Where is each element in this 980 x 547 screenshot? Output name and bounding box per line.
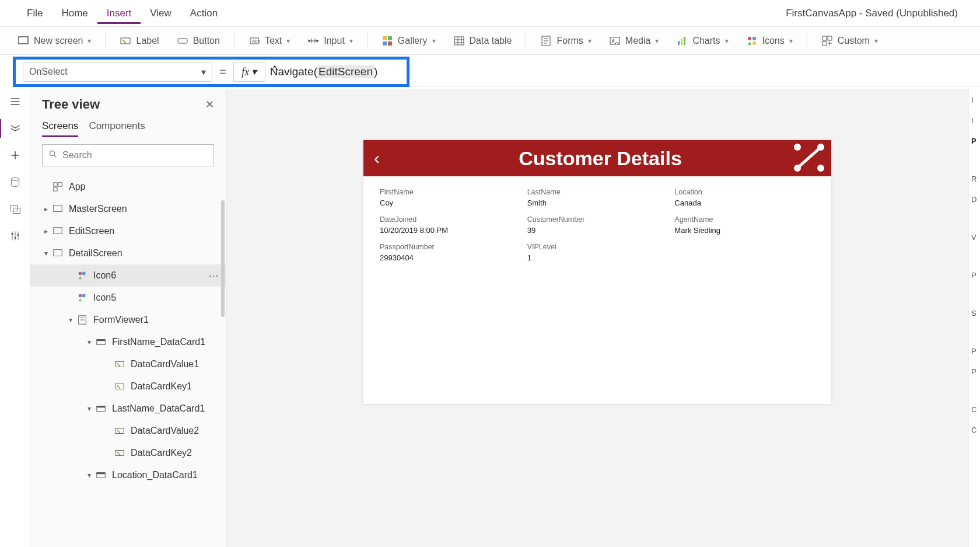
svg-rect-8	[388, 36, 392, 40]
tab-components[interactable]: Components	[89, 120, 145, 137]
svg-rect-0	[19, 37, 28, 44]
more-icon[interactable]: ⋯	[208, 269, 220, 282]
menu-home[interactable]: Home	[52, 3, 97, 24]
search-input[interactable]	[62, 150, 208, 161]
add-icon[interactable]	[8, 148, 22, 162]
text-icon: Abc	[249, 35, 260, 47]
svg-line-52	[799, 148, 820, 167]
icons-label: Icons	[762, 36, 785, 46]
tree-node-icon6[interactable]: Icon6⋯	[30, 264, 226, 287]
charts-button[interactable]: Charts ▾	[669, 32, 735, 50]
label-button[interactable]: Label	[113, 32, 166, 50]
chevron-down-icon[interactable]: ▾	[65, 316, 76, 324]
tree-node-lastname-card[interactable]: ▾LastName_DataCard1	[30, 398, 226, 420]
right-properties-strip: I I P R D V P S P P C C	[968, 89, 980, 547]
tree-node-formviewer[interactable]: ▾FormViewer1	[30, 309, 226, 331]
input-button[interactable]: Input ▾	[300, 32, 360, 50]
page-title: Customer Details	[380, 147, 821, 170]
app-save-status: FirstCanvasApp - Saved (Unpublished)	[786, 8, 963, 19]
field-lastname: LastNameSmith	[527, 188, 668, 207]
edit-icon-selected[interactable]	[793, 142, 825, 173]
new-screen-button[interactable]: New screen ▾	[10, 32, 98, 50]
menu-file[interactable]: File	[18, 3, 52, 24]
icons-button[interactable]: Icons ▾	[739, 32, 800, 50]
chevron-down-icon: ▾	[201, 67, 206, 78]
forms-icon	[540, 35, 552, 47]
menu-insert[interactable]: Insert	[97, 3, 141, 24]
forms-button[interactable]: Forms ▾	[533, 32, 598, 50]
advanced-tools-icon[interactable]	[8, 229, 22, 243]
charts-icon	[676, 35, 688, 47]
field-datejoined: DateJoined10/20/2019 8:00 PM	[380, 215, 520, 235]
tree-node-app[interactable]: App	[30, 176, 226, 198]
equals-sign: =	[212, 65, 233, 79]
chevron-down-icon: ▾	[286, 37, 290, 45]
formula-bar-rest[interactable]	[410, 57, 980, 87]
tab-screens[interactable]: Screens	[42, 120, 78, 137]
formula-highlight: OnSelect ▾ = fx ▾ Navigate(EditScreen) ↖	[13, 57, 410, 87]
tree-node-firstname-card[interactable]: ▾FirstName_DataCard1	[30, 331, 226, 353]
tree-node-detailscreen[interactable]: ▾DetailScreen	[30, 242, 226, 264]
close-icon[interactable]: ✕	[205, 98, 214, 111]
tree-view-icon[interactable]	[8, 121, 22, 135]
data-icon[interactable]	[8, 175, 22, 189]
tree-node-location-card[interactable]: ▾Location_DataCard1	[30, 464, 226, 486]
rs-11: C	[969, 426, 977, 434]
chevron-down-icon[interactable]: ▾	[84, 471, 94, 479]
field-location: LocationCanada	[674, 188, 815, 207]
label-icon	[113, 424, 126, 437]
custom-button[interactable]: Custom ▾	[814, 32, 885, 50]
text-button[interactable]: Abc Text ▾	[242, 32, 297, 50]
svg-rect-9	[383, 41, 387, 46]
field-firstname: FirstNameCoy	[380, 188, 520, 207]
chevron-down-icon: ▾	[588, 37, 592, 45]
tree-node-icon5[interactable]: Icon5	[30, 287, 226, 309]
svg-rect-38	[82, 272, 85, 275]
svg-rect-33	[54, 187, 57, 191]
hamburger-icon[interactable]	[8, 95, 22, 109]
gallery-button[interactable]: Gallery ▾	[374, 32, 443, 50]
formula-input[interactable]: Navigate(EditScreen)	[270, 62, 378, 82]
tree-node-dcv1[interactable]: DataCardValue1	[30, 353, 226, 375]
chevron-down-icon[interactable]: ▾	[84, 338, 94, 346]
back-icon[interactable]: ‹	[374, 148, 380, 168]
svg-rect-15	[678, 41, 680, 45]
chevron-down-icon: ▾	[655, 37, 659, 45]
chevron-down-icon[interactable]: ▾	[41, 249, 51, 257]
svg-rect-11	[454, 37, 464, 45]
svg-rect-35	[54, 228, 62, 234]
gallery-label: Gallery	[398, 36, 428, 46]
tree-node-editscreen[interactable]: ▸EditScreen	[30, 220, 226, 242]
chevron-down-icon: ▾	[874, 37, 878, 45]
button-button[interactable]: Button	[170, 32, 227, 50]
chevron-down-icon: ▾	[88, 37, 91, 45]
label-icon	[120, 35, 131, 47]
media-button[interactable]: Media ▾	[602, 32, 666, 50]
tree-node-masterscreen[interactable]: ▸MasterScreen	[30, 198, 226, 220]
scrollbar-thumb[interactable]	[221, 200, 225, 317]
tree-search[interactable]	[42, 144, 214, 166]
rs-4: D	[969, 195, 977, 204]
chevron-down-icon[interactable]: ▾	[84, 405, 94, 413]
canvas-area[interactable]: ‹ Customer Details FirstNameCoy LastName…	[226, 89, 968, 547]
chevron-right-icon[interactable]: ▸	[41, 227, 51, 235]
charts-label: Charts	[692, 36, 720, 46]
tree-node-dck2[interactable]: DataCardKey2	[30, 442, 226, 464]
tree-node-dcv2[interactable]: DataCardValue2	[30, 420, 226, 442]
top-menu: File Home Insert View Action FirstCanvas…	[0, 0, 980, 27]
menu-action[interactable]: Action	[181, 3, 227, 24]
fx-button[interactable]: fx ▾	[233, 62, 265, 82]
new-screen-label: New screen	[34, 36, 83, 46]
property-dropdown[interactable]: OnSelect ▾	[23, 62, 212, 82]
rs-5: V	[969, 233, 977, 242]
chevron-right-icon[interactable]: ▸	[41, 205, 51, 213]
label-icon	[113, 358, 126, 371]
tree-node-dck1[interactable]: DataCardKey1	[30, 375, 226, 398]
field-viplevel: VIPLevel1	[527, 243, 668, 262]
datatable-button[interactable]: Data table	[446, 32, 519, 50]
media-rail-icon[interactable]	[8, 202, 22, 216]
svg-point-6	[316, 40, 318, 42]
menu-view[interactable]: View	[141, 3, 181, 24]
rs-9: P	[969, 367, 977, 376]
svg-rect-40	[82, 294, 85, 297]
